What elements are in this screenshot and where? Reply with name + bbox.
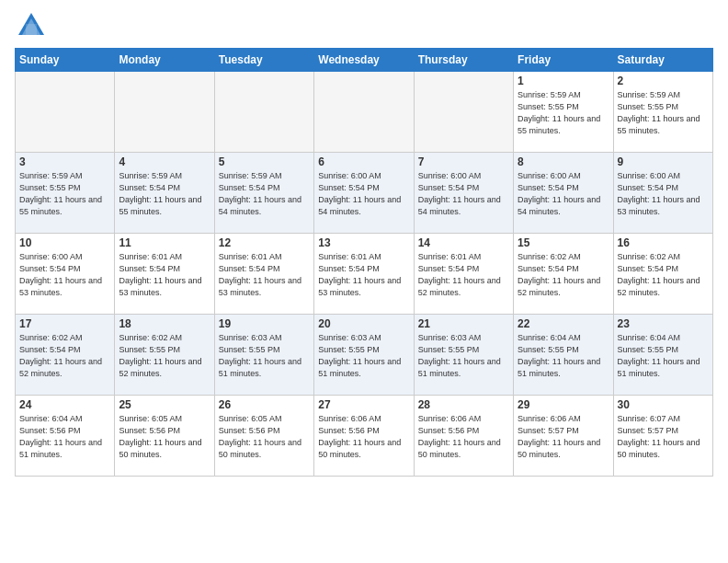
calendar-week-row: 10Sunrise: 6:00 AMSunset: 5:54 PMDayligh…: [16, 234, 713, 315]
day-info: Sunrise: 6:04 AMSunset: 5:55 PMDaylight:…: [518, 332, 609, 380]
day-info: Sunrise: 6:02 AMSunset: 5:54 PMDaylight:…: [19, 332, 110, 380]
calendar-cell: 15Sunrise: 6:02 AMSunset: 5:54 PMDayligh…: [514, 234, 613, 315]
calendar-cell: 11Sunrise: 6:01 AMSunset: 5:54 PMDayligh…: [115, 234, 214, 315]
day-number: 27: [318, 398, 409, 411]
calendar-cell: 20Sunrise: 6:03 AMSunset: 5:55 PMDayligh…: [314, 315, 414, 396]
day-number: 1: [518, 75, 609, 87]
day-number: 23: [618, 317, 709, 330]
day-number: 5: [219, 155, 310, 168]
day-info: Sunrise: 5:59 AMSunset: 5:54 PMDaylight:…: [219, 170, 310, 218]
day-number: 19: [219, 317, 310, 330]
day-info: Sunrise: 6:02 AMSunset: 5:54 PMDaylight:…: [618, 251, 709, 299]
day-info: Sunrise: 6:00 AMSunset: 5:54 PMDaylight:…: [318, 170, 409, 218]
logo: [15, 9, 50, 42]
page: SundayMondayTuesdayWednesdayThursdayFrid…: [0, 0, 728, 563]
calendar-week-row: 24Sunrise: 6:04 AMSunset: 5:56 PMDayligh…: [16, 396, 713, 477]
calendar-cell: 23Sunrise: 6:04 AMSunset: 5:55 PMDayligh…: [613, 315, 712, 396]
day-info: Sunrise: 5:59 AMSunset: 5:55 PMDaylight:…: [19, 170, 110, 218]
calendar-cell: 8Sunrise: 6:00 AMSunset: 5:54 PMDaylight…: [514, 153, 613, 234]
calendar-cell: 9Sunrise: 6:00 AMSunset: 5:54 PMDaylight…: [613, 153, 712, 234]
calendar-cell: [214, 72, 313, 153]
day-number: 29: [518, 398, 609, 411]
day-number: 17: [19, 317, 110, 330]
day-info: Sunrise: 6:06 AMSunset: 5:57 PMDaylight:…: [518, 413, 609, 461]
calendar-cell: 29Sunrise: 6:06 AMSunset: 5:57 PMDayligh…: [514, 396, 613, 477]
day-number: 22: [518, 317, 609, 330]
calendar-week-row: 1Sunrise: 5:59 AMSunset: 5:55 PMDaylight…: [16, 72, 713, 153]
day-info: Sunrise: 6:01 AMSunset: 5:54 PMDaylight:…: [318, 251, 409, 299]
calendar-cell: 25Sunrise: 6:05 AMSunset: 5:56 PMDayligh…: [115, 396, 214, 477]
day-info: Sunrise: 6:01 AMSunset: 5:54 PMDaylight:…: [119, 251, 210, 299]
calendar-header-thursday: Thursday: [414, 49, 513, 72]
header: [15, 9, 713, 42]
calendar-cell: 26Sunrise: 6:05 AMSunset: 5:56 PMDayligh…: [214, 396, 313, 477]
day-info: Sunrise: 6:03 AMSunset: 5:55 PMDaylight:…: [318, 332, 409, 380]
calendar-cell: 28Sunrise: 6:06 AMSunset: 5:56 PMDayligh…: [414, 396, 513, 477]
day-number: 14: [418, 236, 509, 249]
day-number: 25: [119, 398, 210, 411]
day-info: Sunrise: 6:06 AMSunset: 5:56 PMDaylight:…: [418, 413, 509, 461]
calendar-header-tuesday: Tuesday: [214, 49, 313, 72]
day-number: 8: [518, 155, 609, 168]
calendar-header-friday: Friday: [514, 49, 613, 72]
day-number: 30: [618, 398, 709, 411]
day-number: 20: [318, 317, 409, 330]
day-info: Sunrise: 6:03 AMSunset: 5:55 PMDaylight:…: [418, 332, 509, 380]
day-number: 3: [19, 155, 110, 168]
day-info: Sunrise: 6:02 AMSunset: 5:55 PMDaylight:…: [119, 332, 210, 380]
calendar-header-saturday: Saturday: [613, 49, 712, 72]
day-info: Sunrise: 6:00 AMSunset: 5:54 PMDaylight:…: [618, 170, 709, 218]
day-number: 18: [119, 317, 210, 330]
day-number: 9: [618, 155, 709, 168]
day-info: Sunrise: 6:00 AMSunset: 5:54 PMDaylight:…: [518, 170, 609, 218]
calendar-cell: [414, 72, 513, 153]
day-info: Sunrise: 6:01 AMSunset: 5:54 PMDaylight:…: [219, 251, 310, 299]
calendar-cell: 12Sunrise: 6:01 AMSunset: 5:54 PMDayligh…: [214, 234, 313, 315]
calendar-header-row: SundayMondayTuesdayWednesdayThursdayFrid…: [16, 49, 713, 72]
day-number: 2: [618, 75, 709, 87]
calendar-cell: 2Sunrise: 5:59 AMSunset: 5:55 PMDaylight…: [613, 72, 712, 153]
day-info: Sunrise: 6:01 AMSunset: 5:54 PMDaylight:…: [418, 251, 509, 299]
calendar-cell: 7Sunrise: 6:00 AMSunset: 5:54 PMDaylight…: [414, 153, 513, 234]
day-number: 24: [19, 398, 110, 411]
calendar-cell: 18Sunrise: 6:02 AMSunset: 5:55 PMDayligh…: [115, 315, 214, 396]
calendar-cell: 4Sunrise: 5:59 AMSunset: 5:54 PMDaylight…: [115, 153, 214, 234]
calendar-cell: [314, 72, 414, 153]
day-info: Sunrise: 6:05 AMSunset: 5:56 PMDaylight:…: [219, 413, 310, 461]
day-info: Sunrise: 5:59 AMSunset: 5:55 PMDaylight:…: [618, 89, 709, 137]
calendar-cell: 24Sunrise: 6:04 AMSunset: 5:56 PMDayligh…: [16, 396, 115, 477]
calendar-cell: 19Sunrise: 6:03 AMSunset: 5:55 PMDayligh…: [214, 315, 313, 396]
day-info: Sunrise: 6:07 AMSunset: 5:57 PMDaylight:…: [618, 413, 709, 461]
calendar-cell: 10Sunrise: 6:00 AMSunset: 5:54 PMDayligh…: [16, 234, 115, 315]
day-number: 12: [219, 236, 310, 249]
day-info: Sunrise: 5:59 AMSunset: 5:54 PMDaylight:…: [119, 170, 210, 218]
day-info: Sunrise: 6:00 AMSunset: 5:54 PMDaylight:…: [19, 251, 110, 299]
day-info: Sunrise: 6:04 AMSunset: 5:56 PMDaylight:…: [19, 413, 110, 461]
day-info: Sunrise: 6:06 AMSunset: 5:56 PMDaylight:…: [318, 413, 409, 461]
calendar-cell: 22Sunrise: 6:04 AMSunset: 5:55 PMDayligh…: [514, 315, 613, 396]
day-number: 6: [318, 155, 409, 168]
logo-icon: [15, 9, 48, 42]
calendar-cell: [115, 72, 214, 153]
day-info: Sunrise: 6:00 AMSunset: 5:54 PMDaylight:…: [418, 170, 509, 218]
calendar-table: SundayMondayTuesdayWednesdayThursdayFrid…: [15, 48, 713, 477]
day-number: 10: [19, 236, 110, 249]
day-info: Sunrise: 5:59 AMSunset: 5:55 PMDaylight:…: [518, 89, 609, 137]
day-info: Sunrise: 6:04 AMSunset: 5:55 PMDaylight:…: [618, 332, 709, 380]
calendar-cell: 3Sunrise: 5:59 AMSunset: 5:55 PMDaylight…: [16, 153, 115, 234]
calendar-cell: 16Sunrise: 6:02 AMSunset: 5:54 PMDayligh…: [613, 234, 712, 315]
day-number: 26: [219, 398, 310, 411]
calendar-header-wednesday: Wednesday: [314, 49, 414, 72]
calendar-cell: 13Sunrise: 6:01 AMSunset: 5:54 PMDayligh…: [314, 234, 414, 315]
day-number: 11: [119, 236, 210, 249]
day-number: 16: [618, 236, 709, 249]
day-number: 4: [119, 155, 210, 168]
calendar-cell: 30Sunrise: 6:07 AMSunset: 5:57 PMDayligh…: [613, 396, 712, 477]
day-number: 7: [418, 155, 509, 168]
calendar-cell: 6Sunrise: 6:00 AMSunset: 5:54 PMDaylight…: [314, 153, 414, 234]
day-number: 13: [318, 236, 409, 249]
day-info: Sunrise: 6:05 AMSunset: 5:56 PMDaylight:…: [119, 413, 210, 461]
calendar-header-sunday: Sunday: [16, 49, 115, 72]
calendar-cell: 21Sunrise: 6:03 AMSunset: 5:55 PMDayligh…: [414, 315, 513, 396]
day-info: Sunrise: 6:03 AMSunset: 5:55 PMDaylight:…: [219, 332, 310, 380]
